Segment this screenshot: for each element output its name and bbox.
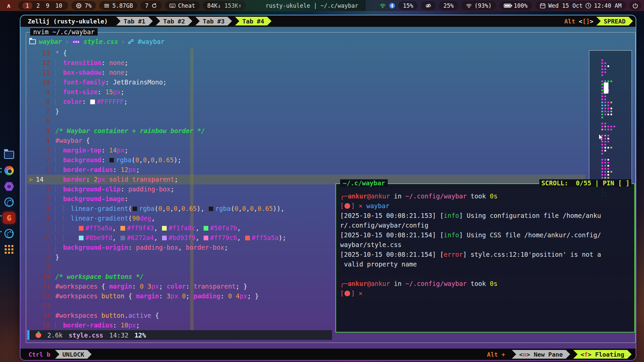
minimap-row [601, 168, 632, 171]
color-swatch [132, 206, 137, 211]
brightness-module[interactable]: 15% [398, 1, 418, 10]
code-line[interactable]: 13* { [20, 48, 591, 58]
alt-hint: Alt + [487, 351, 509, 358]
indent-guide [55, 186, 56, 193]
workspace-2[interactable]: 2 [35, 2, 42, 9]
dock-item-file-manager[interactable] [3, 149, 15, 161]
terminal-line: r/.config/waybar/config [340, 221, 632, 230]
power-button[interactable] [629, 1, 641, 10]
chevron-right-icon: › [65, 38, 69, 45]
minimap-row [601, 131, 632, 134]
dock-item-messenger[interactable] [3, 196, 15, 208]
indent-guide [55, 205, 56, 212]
code-line[interactable]: 11 box-shadow: none; [20, 68, 591, 77]
tab-tab1[interactable]: Tab #1 [116, 17, 153, 25]
code-line[interactable]: 5/* Waybar container + rainbow border */ [20, 126, 591, 136]
minimap-row [601, 159, 632, 162]
nvim-pane-title: nvim ~/.c/waybar [30, 28, 98, 36]
updates-module[interactable]: 7 [141, 1, 161, 10]
line-number: 8 [29, 97, 50, 107]
folder-icon [29, 39, 36, 44]
minimap-row [601, 68, 632, 71]
tab-list: Tab #1Tab #2Tab #3Tab #4 [113, 17, 271, 25]
code-line[interactable]: 1 border-radius: 12px; [20, 165, 591, 175]
dock-item-browser[interactable] [3, 165, 15, 177]
tab-tab3[interactable]: Tab #3 [195, 17, 232, 25]
code-line[interactable]: 9 font-size: 15px; [20, 87, 591, 97]
dock-item-game-hub[interactable] [3, 180, 15, 192]
workspace-9[interactable]: 9 [44, 2, 51, 9]
indent-guide [55, 98, 56, 105]
dock-item-messenger-alt[interactable] [3, 228, 15, 240]
dock-item-app-launcher[interactable] [3, 243, 15, 255]
memory-module[interactable]: 5.87GB [99, 1, 137, 10]
bluetooth-icon[interactable] [389, 3, 395, 9]
terminal-line: [2025-10-15 00:08:21.154] [info] Using C… [340, 230, 632, 240]
mode-ribbon-spread[interactable]: SPREAD [596, 17, 633, 25]
line-number: 4 [29, 136, 50, 145]
line-number: 7 [29, 243, 50, 252]
tomato-icon [36, 333, 41, 338]
code-text: * { [55, 48, 67, 58]
minimap[interactable] [589, 50, 632, 186]
code-line[interactable]: 6 [20, 116, 591, 126]
idle-inhibitor-module[interactable] [421, 1, 436, 10]
code-text: color: #FFFFFF; [55, 97, 128, 107]
cursor-position: 14:32 [109, 331, 128, 339]
workspace-1[interactable]: 1 [22, 2, 32, 9]
battery-module[interactable]: 100% [499, 1, 532, 10]
minimap-row [601, 95, 632, 98]
code-text: } [55, 252, 59, 262]
statusline-accent [27, 330, 30, 340]
line-number: 7 [29, 107, 50, 116]
zellij-tab-bar: Zellij (rusty-ukulele) Tab #1Tab #2Tab #… [20, 15, 636, 27]
color-swatch [204, 226, 208, 231]
code-line[interactable]: 3 margin-top: 14px; [20, 145, 591, 155]
minimap-row [601, 171, 632, 174]
breadcrumb-folder: waybar [39, 38, 62, 45]
tab-tab2[interactable]: Tab #2 [156, 17, 192, 25]
wifi-strength-module[interactable]: (93%) [462, 1, 496, 10]
mode-ribbon-unlock[interactable]: UNLOCK [55, 350, 92, 359]
minimap-row [601, 74, 632, 77]
code-text: background: rgba(0,0,0,0.65); [55, 155, 181, 165]
dock-item-terminal-active[interactable]: G [3, 212, 15, 224]
launcher-button[interactable]: ʌ [3, 1, 15, 10]
keyboard-icon [169, 3, 175, 9]
line-number: 10 [29, 272, 50, 282]
code-line[interactable]: 7} [20, 107, 591, 116]
code-text: background-image: [55, 194, 128, 204]
code-text: #workspaces { margin: 0 3px; color: tran… [55, 282, 247, 291]
line-number: 4 [29, 214, 50, 223]
workspace-10[interactable]: 10 [54, 2, 64, 9]
code-line[interactable]: 12 transition: none; [20, 58, 591, 68]
tab-tab4[interactable]: Tab #4 [235, 17, 272, 25]
running-indicator [0, 231, 2, 232]
hint-new-pane[interactable]: <n> New Pane [512, 350, 570, 359]
volume-module[interactable]: 25% [439, 1, 458, 10]
code-line[interactable]: 2 background: rgba(0,0,0,0.65); [20, 155, 591, 165]
workspaces-module[interactable]: 12910 [18, 1, 68, 10]
line-number: 6 [29, 116, 50, 126]
code-line[interactable]: ▷14 border: 2px solid transparent; [20, 175, 591, 184]
minimap-row [601, 134, 632, 137]
code-text: background-clip: padding-box; [55, 184, 174, 194]
battery-value: 100% [514, 2, 528, 9]
css-selector-icon [128, 39, 135, 45]
code-line[interactable]: 4#waybar { [20, 136, 591, 145]
cpu-module[interactable]: 7% [71, 1, 96, 10]
line-number: 5 [29, 126, 50, 136]
terminal-line: waybar/style.css [340, 240, 632, 250]
minimap-row [601, 119, 632, 122]
chevron-right-icon: › [121, 38, 125, 45]
code-line[interactable]: 8 color: #FFFFFF; [20, 97, 591, 107]
code-line[interactable]: 10 font-family: JetBrainsMono; [20, 77, 591, 87]
minimap-row [601, 122, 632, 125]
wifi-icon[interactable] [380, 3, 386, 9]
floating-terminal-pane[interactable]: ~/.c/waybar SCROLL: 0/55 | PIN [ ] ╭─ank… [335, 183, 635, 333]
breadcrumb-symbol: #waybar [138, 38, 164, 45]
clock-module[interactable]: Wed 15 Oct 12:40 AM [535, 1, 626, 10]
cheatsheet-module[interactable]: Cheat [165, 1, 200, 10]
hint-floating[interactable]: <f> Floating [573, 350, 632, 359]
scroll-pin-indicator[interactable]: SCROLL: 0/55 | PIN [ ] [539, 179, 632, 187]
